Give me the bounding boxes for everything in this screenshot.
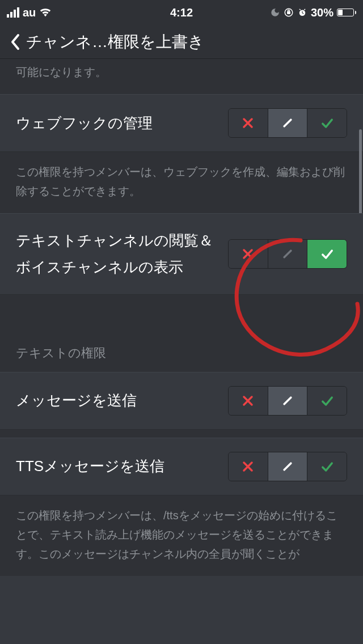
permission-description: 可能になります。 <box>0 59 363 94</box>
permission-row-webhooks: ウェブフックの管理 <box>0 94 363 152</box>
slash-icon <box>280 246 296 262</box>
x-icon <box>240 246 256 262</box>
slash-icon <box>280 393 296 409</box>
tri-allow-button[interactable] <box>307 109 347 137</box>
x-icon <box>240 115 256 131</box>
page-title: チャンネ…権限を上書き <box>26 31 204 53</box>
check-icon <box>319 393 335 409</box>
tri-toggle <box>228 239 347 269</box>
status-time: 4:12 <box>170 6 193 19</box>
alarm-icon <box>297 7 307 18</box>
permission-label: TTSメッセージを送信 <box>16 453 228 480</box>
cellular-signal-icon <box>7 7 19 18</box>
section-header-text: テキストの権限 <box>0 329 363 372</box>
chevron-left-icon <box>10 33 20 50</box>
tri-neutral-button[interactable] <box>268 109 308 137</box>
tri-deny-button[interactable] <box>229 240 268 268</box>
status-left: au <box>7 6 52 19</box>
permission-description: この権限を持つメンバーは、/ttsをメッセージの始めに付けることで、テキスト読み… <box>0 495 363 576</box>
x-icon <box>240 459 256 474</box>
permission-description <box>0 295 363 329</box>
wifi-icon <box>39 8 52 17</box>
check-icon <box>319 246 335 262</box>
tri-toggle <box>228 452 347 481</box>
permission-row-tts: TTSメッセージを送信 <box>0 438 363 495</box>
tri-deny-button[interactable] <box>229 109 268 137</box>
permission-label: メッセージを送信 <box>16 387 228 414</box>
x-icon <box>240 393 256 409</box>
tri-allow-button[interactable] <box>307 240 347 268</box>
tri-toggle <box>228 108 347 138</box>
permission-description: この権限を持つメンバーは、ウェブフックを作成、編集および削除することができます。 <box>0 152 363 213</box>
permission-label: テキストチャンネルの閲覧＆ボイスチャンネルの表示 <box>16 227 228 281</box>
tri-allow-button[interactable] <box>307 387 347 415</box>
permission-row-send-messages: メッセージを送信 <box>0 372 363 430</box>
tri-allow-button[interactable] <box>307 452 347 481</box>
slash-icon <box>280 115 296 131</box>
tri-deny-button[interactable] <box>229 387 268 415</box>
permission-label: ウェブフックの管理 <box>16 110 228 137</box>
moon-icon <box>270 7 280 18</box>
battery-icon <box>337 9 356 16</box>
check-icon <box>319 115 335 131</box>
tri-toggle <box>228 386 347 416</box>
check-icon <box>319 459 335 474</box>
content-scroll[interactable]: 可能になります。 ウェブフックの管理 この権限を持つメンバーは、ウェブフックを作… <box>0 59 363 644</box>
status-right: 30% <box>270 6 356 19</box>
tri-neutral-button[interactable] <box>268 240 308 268</box>
nav-header: チャンネ…権限を上書き <box>0 25 363 59</box>
orientation-lock-icon <box>284 7 294 18</box>
spacer <box>0 430 363 438</box>
carrier-label: au <box>23 6 36 19</box>
battery-percent: 30% <box>311 6 334 19</box>
slash-icon <box>280 459 296 474</box>
tri-neutral-button[interactable] <box>268 387 308 415</box>
tri-deny-button[interactable] <box>229 452 268 481</box>
back-button[interactable] <box>7 31 24 53</box>
tri-neutral-button[interactable] <box>268 452 308 481</box>
status-bar: au 4:12 30% <box>0 0 363 25</box>
svg-rect-1 <box>288 12 290 14</box>
permission-row-view-channel: テキストチャンネルの閲覧＆ボイスチャンネルの表示 <box>0 213 363 295</box>
